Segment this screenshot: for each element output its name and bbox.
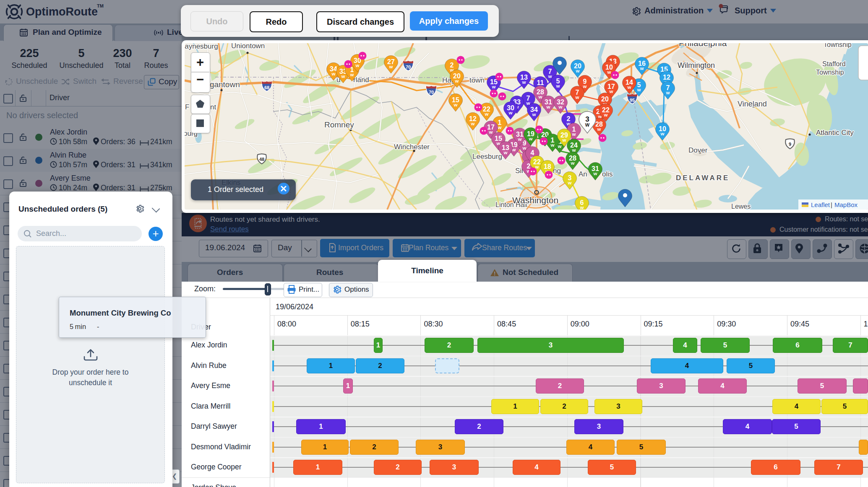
svg-text:Leaflet: Leaflet <box>811 201 830 208</box>
svg-text:W: W <box>547 105 550 109</box>
svg-text:W: W <box>485 112 489 117</box>
svg-text:W: W <box>332 72 336 76</box>
svg-text:W: W <box>610 89 613 94</box>
svg-text:W: W <box>604 113 608 117</box>
svg-text:W: W <box>551 143 555 148</box>
svg-text:W: W <box>597 127 601 132</box>
svg-text:W: W <box>661 132 665 136</box>
svg-text:W: W <box>504 150 508 155</box>
svg-text:Stafford: Stafford <box>822 60 846 67</box>
svg-text:W: W <box>637 88 641 92</box>
svg-text:W: W <box>572 148 576 153</box>
svg-text:W: W <box>558 144 562 149</box>
svg-text:W: W <box>594 171 597 176</box>
svg-text:olis: olis <box>602 170 613 178</box>
svg-text:W: W <box>571 161 575 166</box>
svg-text:Vineland: Vineland <box>738 100 767 108</box>
svg-text:W: W <box>489 130 493 135</box>
svg-text:W: W <box>356 63 360 68</box>
svg-text:W: W <box>341 74 345 79</box>
svg-text:W: W <box>389 65 393 69</box>
svg-text:W: W <box>454 103 458 107</box>
svg-text:W: W <box>455 79 459 83</box>
svg-text:Dover: Dover <box>688 146 708 154</box>
svg-text:W: W <box>563 138 566 142</box>
svg-text:W: W <box>548 74 552 79</box>
svg-text:70: 70 <box>429 90 434 95</box>
svg-text:W: W <box>666 91 670 95</box>
svg-text:Winchester: Winchester <box>394 143 430 151</box>
svg-text:95: 95 <box>630 98 635 103</box>
svg-text:W: W <box>572 132 576 137</box>
svg-text:W: W <box>509 111 513 115</box>
svg-text:48: 48 <box>259 157 264 162</box>
svg-text:W: W <box>576 95 579 100</box>
svg-text:W: W <box>529 137 533 141</box>
svg-text:Township: Township <box>816 69 844 76</box>
svg-text:Atlantic City: Atlantic City <box>816 129 854 137</box>
svg-text:Leesburg: Leesburg <box>472 153 502 161</box>
svg-text:W: W <box>522 80 526 85</box>
svg-text:W: W <box>559 105 563 109</box>
svg-text:W: W <box>498 125 502 130</box>
svg-text:Lewes: Lewes <box>731 203 751 210</box>
svg-text:F: F <box>185 103 189 111</box>
svg-text:rland: rland <box>353 76 369 84</box>
svg-text:DELAWARE: DELAWARE <box>676 174 730 182</box>
svg-text:MapBox: MapBox <box>834 201 858 208</box>
svg-text:W: W <box>471 122 475 126</box>
svg-text:Township: Township <box>824 41 852 48</box>
svg-text:W: W <box>568 181 572 185</box>
svg-text:W: W <box>532 112 536 117</box>
svg-text:W: W <box>523 146 527 150</box>
svg-text:70: 70 <box>406 65 411 70</box>
svg-text:W: W <box>576 69 580 73</box>
svg-text:|: | <box>831 201 832 208</box>
svg-text:Wilmington: Wilmington <box>678 61 715 70</box>
svg-text:W: W <box>539 95 542 99</box>
svg-text:3: 3 <box>585 115 589 123</box>
svg-text:'aynesburg: 'aynesburg <box>183 42 218 50</box>
svg-text:W: W <box>640 66 644 71</box>
svg-text:An: An <box>579 170 587 178</box>
svg-text:W: W <box>607 70 611 75</box>
svg-text:W: W <box>585 122 590 127</box>
svg-text:nt: nt <box>210 103 216 111</box>
svg-text:W: W <box>583 84 587 89</box>
svg-text:W: W <box>492 85 496 89</box>
svg-text:68: 68 <box>264 85 269 90</box>
svg-text:W: W <box>628 85 631 90</box>
svg-text:W: W <box>556 84 560 88</box>
svg-text:W: W <box>518 137 522 142</box>
svg-text:Washington: Washington <box>512 195 558 205</box>
svg-text:W: W <box>350 73 354 77</box>
svg-text:9: 9 <box>789 142 791 147</box>
svg-text:Philadelphia: Philadelphia <box>679 40 727 48</box>
svg-text:Romney: Romney <box>324 120 354 129</box>
svg-text:Uniontown: Uniontown <box>231 42 265 50</box>
svg-text:town: town <box>469 76 485 84</box>
svg-text:W: W <box>535 165 539 169</box>
svg-text:W: W <box>580 205 584 210</box>
